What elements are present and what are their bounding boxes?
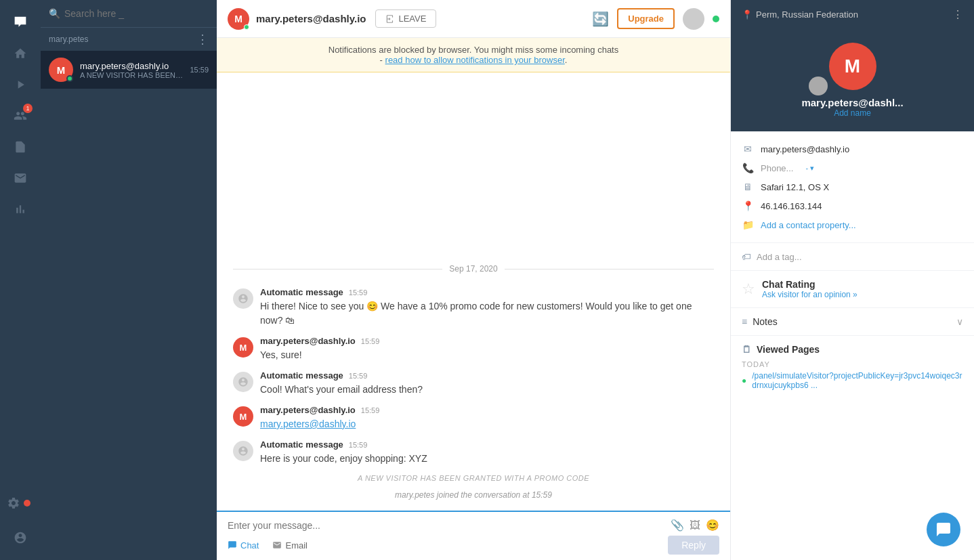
rating-title: Chat Rating	[762, 279, 857, 290]
nav-document-icon[interactable]	[7, 133, 34, 160]
phone-icon: 📞	[742, 163, 754, 173]
bot-avatar	[233, 288, 253, 309]
ip-address: 46.146.163.144	[761, 201, 822, 211]
contact-info-section: ✉ mary.peters@dashly.io 📞 Phone... - ▾ 🖥…	[731, 131, 974, 243]
filter-row: mary.petes ⋮	[41, 28, 217, 51]
bot-avatar	[233, 441, 253, 461]
chat-header: M mary.peters@dashly.io LEAVE 🔄 Upgrade	[217, 0, 730, 38]
page-link[interactable]: /panel/simulateVisitor?projectPublicKey=…	[752, 371, 963, 390]
notes-title: Notes	[753, 316, 778, 327]
attachment-icon[interactable]: 📎	[671, 519, 684, 532]
message-row: M mary.peters@dashly.io 15:59 mary.peter…	[233, 405, 714, 431]
msg-text: Cool! What's your email address then?	[260, 383, 714, 397]
leave-label: LEAVE	[398, 14, 426, 24]
msg-time: 15:59	[349, 441, 368, 449]
right-panel: 📍 Perm, Russian Federation ⋮ M mary.pete…	[730, 0, 974, 560]
leave-button[interactable]: LEAVE	[375, 9, 436, 28]
msg-time: 15:59	[361, 406, 380, 414]
browser-info: Safari 12.1, OS X	[761, 182, 829, 192]
conv-time: 15:59	[190, 66, 209, 74]
right-panel-header: 📍 Perm, Russian Federation ⋮	[731, 0, 974, 29]
emoji-icon[interactable]: 😊	[706, 519, 719, 532]
user-avatar: M	[233, 337, 253, 358]
upgrade-button[interactable]: Upgrade	[617, 8, 675, 29]
message-row: Automatic message 15:59 Here is your cod…	[233, 439, 714, 466]
notes-section[interactable]: ≡ Notes ∨	[731, 308, 974, 336]
conv-name: mary.peters@dashly.io	[80, 61, 183, 71]
rating-info: Chat Rating Ask visitor for an opinion »	[762, 279, 857, 299]
add-name-link[interactable]: Add name	[834, 108, 871, 118]
sync-icon: 🔄	[592, 11, 609, 27]
msg-time: 15:59	[361, 337, 380, 345]
msg-text: Here is your code, enjoy shopping: XYZ	[260, 452, 714, 466]
system-message: A NEW VISITOR HAS BEEN GRANTED WITH A PR…	[233, 474, 714, 482]
add-property-link[interactable]: Add a contact property...	[761, 220, 856, 230]
add-tag-text[interactable]: Add a tag...	[757, 252, 802, 262]
tag-section[interactable]: 🏷 Add a tag...	[731, 243, 974, 271]
add-property-row[interactable]: 📁 Add a contact property...	[742, 215, 963, 234]
msg-content: mary.peters@dashly.io 15:59 Yes, sure!	[260, 336, 714, 362]
user-avatar: M	[233, 406, 253, 427]
left-navigation: 1	[0, 0, 41, 560]
chat-input-area: 📎 🖼 😊 Chat Email Reply	[217, 511, 730, 560]
chat-tabs: Chat Email Reply	[228, 532, 719, 555]
chat-bubble-button[interactable]	[927, 513, 960, 546]
msg-sender: mary.peters@dashly.io	[260, 405, 356, 415]
nav-settings-icon[interactable]	[7, 490, 34, 517]
phone-dropdown[interactable]: - ▾	[805, 164, 814, 173]
bot-avatar	[233, 372, 253, 392]
conversation-item[interactable]: M mary.peters@dashly.io A NEW VISITOR HA…	[41, 51, 217, 89]
location-pin-icon: 📍	[742, 9, 753, 20]
notif-link[interactable]: read how to allow notifications in your …	[385, 55, 565, 65]
image-icon[interactable]: 🖼	[690, 519, 700, 532]
tab-chat[interactable]: Chat	[228, 540, 259, 551]
nav-play-icon[interactable]	[7, 71, 34, 98]
rating-link[interactable]: Ask visitor for an opinion »	[762, 290, 857, 299]
profile-avatar-wrapper: M	[829, 43, 876, 90]
search-input[interactable]	[64, 8, 209, 19]
msg-sender: mary.peters@dashly.io	[260, 336, 356, 346]
msg-time: 15:59	[349, 372, 368, 380]
phone-placeholder: Phone...	[761, 163, 793, 173]
nav-user-avatar-bottom[interactable]	[7, 524, 34, 551]
star-icon: ☆	[742, 280, 755, 298]
tab-chat-label: Chat	[240, 540, 259, 551]
email-icon: ✉	[742, 144, 754, 154]
browser-row: 🖥 Safari 12.1, OS X	[742, 177, 963, 196]
chat-messages: Sep 17, 2020 Automatic message 15:59 Hi …	[217, 72, 730, 511]
nav-chat-icon[interactable]	[7, 9, 34, 36]
nav-users-icon[interactable]: 1	[7, 102, 34, 129]
header-user-avatar	[683, 8, 704, 30]
nav-mail-icon[interactable]	[7, 165, 34, 192]
message-input[interactable]	[228, 520, 665, 531]
filter-options-button[interactable]: ⋮	[196, 32, 209, 47]
tab-email[interactable]: Email	[272, 540, 308, 551]
date-separator: Sep 17, 2020	[233, 259, 714, 279]
notif-separator: -	[380, 55, 385, 65]
msg-time: 15:59	[349, 288, 368, 297]
nav-home-icon[interactable]	[7, 40, 34, 67]
notification-bar: Notifications are blocked by browser. Yo…	[217, 38, 730, 72]
phone-row: 📞 Phone... - ▾	[742, 158, 963, 177]
email-row: ✉ mary.peters@dashly.io	[742, 139, 963, 158]
viewed-pages-section: 🗒 Viewed Pages TODAY ● /panel/simulateVi…	[731, 336, 974, 398]
email-link[interactable]: mary.peters@dashly.io	[260, 418, 356, 429]
msg-text: Yes, sure!	[260, 348, 714, 362]
online-indicator	[66, 75, 73, 82]
reply-button[interactable]: Reply	[668, 536, 719, 555]
main-chat: M mary.peters@dashly.io LEAVE 🔄 Upgrade …	[217, 0, 730, 560]
location-label: Perm, Russian Federation	[756, 9, 858, 20]
message-row: Automatic message 15:59 Hi there! Nice t…	[233, 287, 714, 328]
profile-name: mary.peters@dashl...	[801, 97, 903, 108]
nav-chart-icon[interactable]	[7, 196, 34, 223]
search-container: 🔍	[41, 0, 217, 28]
page-row: ● /panel/simulateVisitor?projectPublicKe…	[742, 371, 963, 390]
chat-header-avatar: M	[228, 8, 249, 30]
panel-options-button[interactable]: ⋮	[952, 8, 963, 21]
page-bullet-icon: ●	[742, 376, 746, 385]
sidebar: 🔍 mary.petes ⋮ M mary.peters@dashly.io A…	[41, 0, 217, 560]
folder-icon: 📁	[742, 219, 754, 230]
msg-content: Automatic message 15:59 Hi there! Nice t…	[260, 287, 714, 328]
msg-text: Hi there! Nice to see you 😊 We have a 10…	[260, 299, 714, 328]
header-status-dot	[713, 16, 719, 22]
